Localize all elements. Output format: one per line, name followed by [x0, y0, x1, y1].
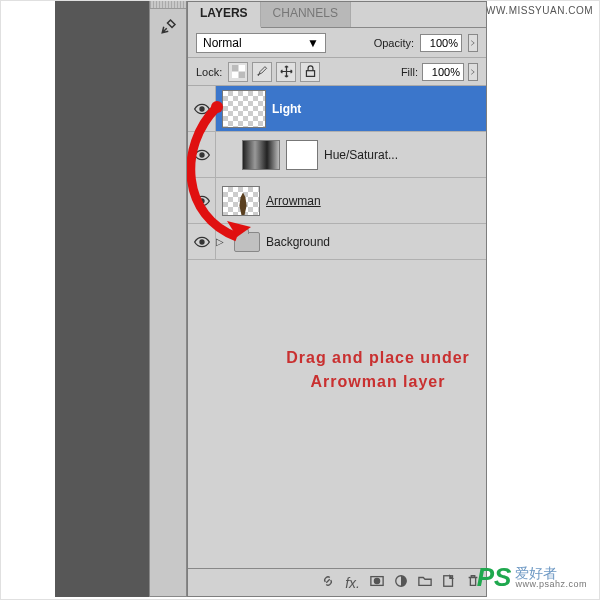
eye-icon	[194, 149, 210, 161]
svg-point-4	[200, 107, 204, 111]
new-group-button[interactable]	[418, 574, 432, 591]
opacity-input[interactable]: 100%	[420, 34, 462, 52]
layer-light[interactable]: Light	[188, 86, 486, 132]
vertical-toolbar	[149, 1, 187, 597]
layer-thumbnail[interactable]	[222, 90, 266, 128]
layer-name[interactable]: Arrowman	[266, 194, 321, 208]
circle-half-icon	[394, 574, 408, 588]
layers-list: Light Hue/Saturat...	[188, 86, 486, 568]
layer-fx-button[interactable]: fx.	[345, 575, 360, 591]
instruction-annotation: Drag and place under Arrowman layer	[248, 346, 486, 394]
watermark-bottom: PS 爱好者 www.psahz.com	[477, 562, 587, 593]
disclosure-triangle-icon[interactable]: ▷	[216, 236, 228, 247]
svg-rect-1	[232, 65, 239, 72]
visibility-toggle[interactable]	[188, 178, 216, 223]
watermark-ps: PS	[477, 562, 512, 593]
fill-label: Fill:	[401, 66, 418, 78]
lock-transparency-button[interactable]	[228, 62, 248, 82]
tools-button[interactable]	[152, 11, 186, 41]
lock-pixels-button[interactable]	[252, 62, 272, 82]
fill-input[interactable]: 100%	[422, 63, 464, 81]
tab-channels[interactable]: CHANNELS	[261, 2, 351, 27]
instruction-line1: Drag and place under	[248, 346, 486, 370]
layer-thumbnail[interactable]	[222, 186, 260, 216]
adjustment-thumbnail[interactable]	[242, 140, 280, 170]
visibility-toggle[interactable]	[188, 132, 216, 177]
panel-tabs: LAYERS CHANNELS	[188, 2, 486, 28]
folder-icon	[234, 232, 260, 252]
lock-row: Lock: Fill: 100%	[188, 58, 486, 86]
new-layer-button[interactable]	[442, 574, 456, 591]
dropdown-icon: ▼	[307, 36, 319, 50]
chevron-right-icon	[470, 40, 476, 46]
layer-name[interactable]: Light	[272, 102, 301, 116]
wrench-screwdriver-icon	[160, 17, 178, 35]
blend-mode-value: Normal	[203, 36, 242, 50]
folder-icon	[418, 574, 432, 588]
blend-mode-select[interactable]: Normal ▼	[196, 33, 326, 53]
watermark-top-url: WWW.MISSYUAN.COM	[476, 5, 593, 16]
layer-name[interactable]: Background	[266, 235, 330, 249]
new-page-icon	[442, 574, 456, 588]
brush-icon	[256, 65, 269, 78]
screenshot-frame: 思缘设计论坛 WWW.MISSYUAN.COM LAYERS CHANNELS …	[0, 0, 600, 600]
layers-panel: LAYERS CHANNELS Normal ▼ Opacity: 100% L…	[187, 1, 487, 597]
fill-flyout[interactable]	[468, 63, 478, 81]
link-icon	[321, 574, 335, 588]
adjustment-layer-button[interactable]	[394, 574, 408, 591]
lock-position-button[interactable]	[276, 62, 296, 82]
link-layers-button[interactable]	[321, 574, 335, 591]
figure-silhouette-icon	[237, 193, 249, 216]
svg-point-5	[200, 153, 204, 157]
instruction-line2: Arrowman layer	[248, 370, 486, 394]
lock-label: Lock:	[196, 66, 222, 78]
layer-mask-thumbnail[interactable]	[286, 140, 318, 170]
eye-icon	[194, 236, 210, 248]
layer-mask-button[interactable]	[370, 574, 384, 591]
lock-icon	[304, 65, 317, 78]
svg-rect-2	[238, 72, 245, 79]
opacity-label: Opacity:	[374, 37, 414, 49]
blend-mode-row: Normal ▼ Opacity: 100%	[188, 28, 486, 58]
eye-icon	[194, 103, 210, 115]
opacity-flyout[interactable]	[468, 34, 478, 52]
layer-name[interactable]: Hue/Saturat...	[324, 148, 398, 162]
svg-point-9	[374, 578, 379, 583]
layer-arrowman[interactable]: Arrowman	[188, 178, 486, 224]
mask-icon	[370, 574, 384, 588]
layer-background-group[interactable]: ▷ Background	[188, 224, 486, 260]
toolbar-grip[interactable]	[150, 1, 186, 9]
watermark-url: www.psahz.com	[515, 580, 587, 589]
visibility-toggle[interactable]	[188, 86, 216, 131]
layer-hue-sat[interactable]: Hue/Saturat...	[188, 132, 486, 178]
lock-all-button[interactable]	[300, 62, 320, 82]
chevron-right-icon	[470, 69, 476, 75]
visibility-toggle[interactable]	[188, 224, 216, 259]
tab-layers[interactable]: LAYERS	[188, 2, 261, 28]
eye-icon	[194, 195, 210, 207]
watermark-hz: 爱好者	[515, 566, 587, 580]
svg-point-7	[200, 240, 204, 244]
panel-footer: fx.	[188, 568, 486, 596]
move-icon	[280, 65, 293, 78]
transparency-icon	[232, 65, 245, 78]
svg-point-6	[200, 199, 204, 203]
svg-rect-3	[306, 71, 314, 77]
